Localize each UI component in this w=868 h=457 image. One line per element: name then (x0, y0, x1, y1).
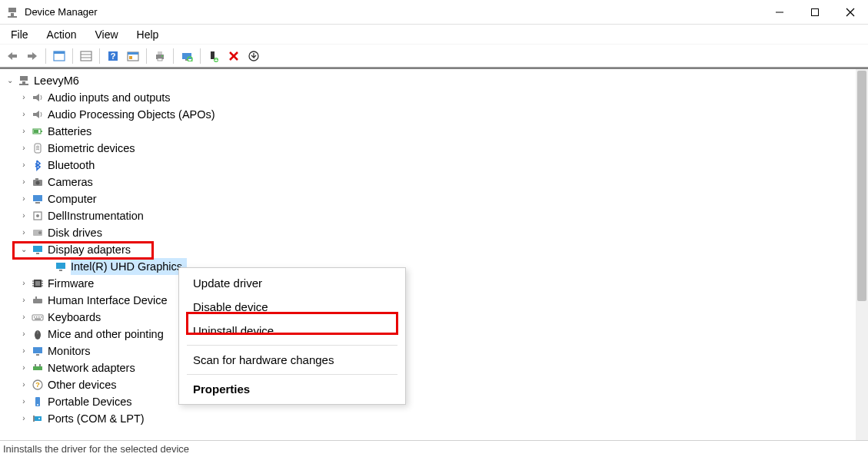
chevron-right-icon[interactable]: › (18, 106, 29, 123)
svg-rect-10 (54, 51, 65, 54)
chevron-right-icon[interactable]: › (18, 157, 29, 174)
tree-item[interactable]: ›Monitors (3, 343, 868, 359)
tree-item[interactable]: ›DellInstrumentation (3, 207, 868, 224)
context-menu-disable-device[interactable]: Disable device (179, 295, 405, 319)
svg-rect-2 (8, 16, 17, 18)
chevron-right-icon[interactable]: › (18, 309, 29, 326)
tree-item[interactable]: ›Biometric devices (3, 140, 868, 157)
svg-rect-35 (19, 84, 28, 85)
chevron-right-icon[interactable]: › (18, 326, 29, 343)
tree-item[interactable]: ›Keyboards (3, 309, 868, 326)
menu-action[interactable]: Action (39, 27, 85, 42)
chevron-right-icon[interactable]: › (18, 376, 29, 393)
svg-rect-83 (33, 416, 35, 422)
disk-icon (31, 226, 45, 240)
tree-root[interactable]: ⌄ LeevyM6 (3, 72, 868, 89)
display-icon (54, 260, 68, 273)
device-tree[interactable]: ⌄ LeevyM6 ›Audio inputs and outputs›Audi… (0, 69, 868, 430)
toolbar-forward-button[interactable] (23, 47, 42, 65)
chevron-down-icon[interactable]: ⌄ (18, 241, 29, 258)
tree-item[interactable]: ›Computer (3, 190, 868, 207)
svg-rect-52 (36, 253, 39, 254)
svg-rect-34 (22, 81, 25, 84)
tree-item[interactable]: ›Cameras (3, 174, 868, 190)
chevron-down-icon[interactable]: ⌄ (5, 72, 15, 89)
svg-line-26 (191, 61, 193, 61)
tree-item[interactable]: ›Network adapters (3, 359, 868, 376)
toolbar-add-device-button[interactable]: + (205, 47, 223, 65)
chevron-right-icon[interactable]: › (18, 174, 29, 190)
tree-item[interactable]: ›Mice and other pointing (3, 326, 868, 343)
context-menu-separator (187, 374, 397, 375)
tree-item[interactable]: ›Audio Processing Objects (APOs) (3, 106, 868, 123)
main-content: ⌄ LeevyM6 ›Audio inputs and outputs›Audi… (0, 68, 868, 440)
tree-item[interactable]: ›Bluetooth (3, 157, 868, 174)
chevron-right-icon[interactable]: › (18, 410, 29, 427)
tree-child-item[interactable]: Intel(R) UHD Graphics (3, 258, 868, 275)
toolbar-scan-button[interactable] (178, 47, 196, 65)
chevron-right-icon[interactable]: › (18, 207, 29, 224)
tree-item[interactable]: ›?Other devices (3, 376, 868, 393)
tree-child-label: Intel(R) UHD Graphics (71, 258, 187, 275)
svg-rect-63 (33, 299, 42, 303)
toolbar: ? + (0, 45, 868, 68)
context-menu-update-driver[interactable]: Update driver (179, 271, 405, 295)
speaker-icon (31, 108, 45, 121)
chevron-right-icon[interactable]: › (18, 343, 29, 359)
svg-rect-21 (158, 58, 162, 61)
svg-rect-66 (34, 316, 35, 318)
scrollbar-thumb[interactable] (857, 71, 866, 301)
battery-icon (31, 124, 45, 138)
toolbar-remove-button[interactable] (224, 47, 243, 65)
tree-item-label: Human Interface Device (48, 292, 172, 309)
chevron-right-icon[interactable]: › (18, 275, 29, 292)
toolbar-print-button[interactable] (151, 47, 169, 65)
chevron-right-icon[interactable]: › (18, 292, 29, 309)
maximize-button[interactable] (797, 0, 833, 24)
menu-file[interactable]: File (3, 27, 36, 42)
chevron-right-icon[interactable]: › (18, 89, 29, 106)
svg-rect-11 (81, 51, 91, 61)
tree-item[interactable]: ›Firmware (3, 275, 868, 292)
chevron-right-icon[interactable]: › (18, 190, 29, 207)
menu-view[interactable]: View (87, 27, 125, 42)
toolbar-options-button[interactable] (124, 47, 142, 65)
chevron-right-icon[interactable]: › (18, 123, 29, 140)
toolbar-properties-button[interactable] (77, 47, 95, 65)
svg-rect-7 (12, 55, 17, 58)
menu-help[interactable]: Help (129, 27, 167, 42)
context-menu-scan[interactable]: Scan for hardware changes (179, 348, 405, 372)
vertical-scrollbar[interactable] (856, 69, 868, 440)
tree-item[interactable]: ›Portable Devices (3, 393, 868, 410)
chevron-right-icon[interactable]: › (18, 359, 29, 376)
minimize-button[interactable] (762, 0, 797, 24)
portable-icon (31, 395, 45, 409)
close-button[interactable] (833, 0, 868, 24)
context-menu-properties[interactable]: Properties (179, 377, 405, 401)
toolbar-update-button[interactable] (244, 47, 263, 65)
toolbar-back-button[interactable] (3, 47, 22, 65)
chevron-right-icon[interactable]: › (18, 224, 29, 241)
svg-rect-82 (34, 416, 42, 421)
svg-rect-37 (33, 113, 36, 116)
toolbar-help-button[interactable]: ? (104, 47, 122, 65)
tree-item[interactable]: ›Disk drives (3, 224, 868, 241)
chevron-right-icon[interactable]: › (18, 140, 29, 157)
tree-item[interactable]: ›Human Interface Device (3, 292, 868, 309)
tree-item[interactable]: ⌄Display adapters (3, 241, 868, 258)
svg-rect-46 (35, 202, 40, 204)
tree-item-label: DellInstrumentation (48, 207, 148, 224)
display-icon (31, 243, 45, 257)
context-menu-uninstall-device[interactable]: Uninstall device (179, 319, 405, 343)
chevron-right-icon[interactable]: › (18, 393, 29, 410)
toolbar-show-hide-button[interactable] (50, 47, 68, 65)
app-icon (6, 6, 18, 18)
hid-icon (31, 293, 45, 307)
svg-rect-69 (41, 316, 42, 318)
toolbar-separator (99, 48, 100, 64)
statusbar: Ininstalls the driver for the selected d… (0, 440, 868, 457)
tree-item[interactable]: ›Batteries (3, 123, 868, 140)
device-icon (31, 209, 45, 223)
tree-item[interactable]: ›Audio inputs and outputs (3, 89, 868, 106)
tree-item[interactable]: ›Ports (COM & LPT) (3, 410, 868, 427)
